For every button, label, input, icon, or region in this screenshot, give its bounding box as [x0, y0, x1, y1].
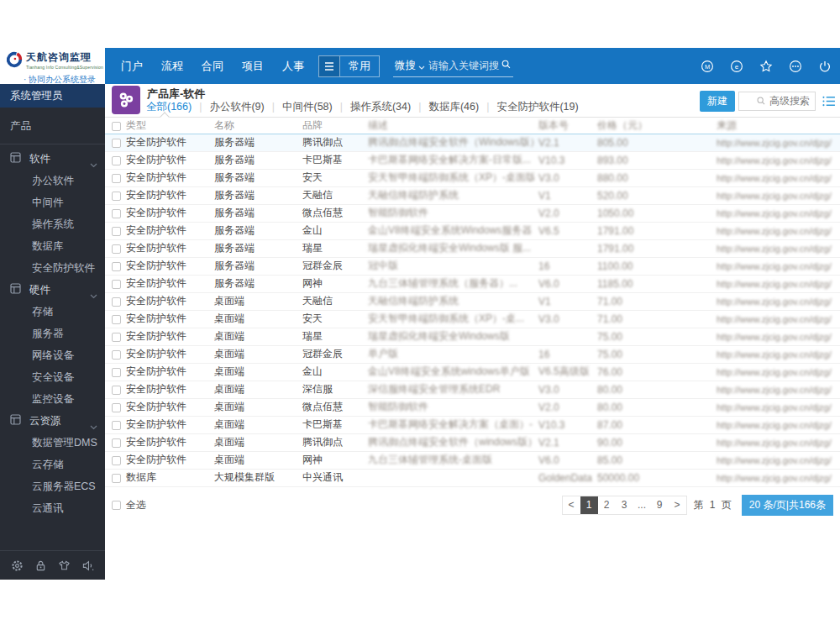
lock-icon[interactable]: [34, 559, 47, 572]
cell-source: http://www.zjcig.gov.cn/djzg/: [712, 328, 840, 345]
table-row[interactable]: 安全防护软件 服务器端 安天 安天智甲终端防御系统（XP）-桌面版 V3.0 8…: [105, 169, 840, 186]
sidebar-group-header[interactable]: 硬件: [0, 279, 105, 301]
row-checkbox[interactable]: [112, 333, 121, 342]
speaker-volume-icon[interactable]: [81, 559, 95, 572]
table-row[interactable]: 安全防护软件 桌面端 腾讯御点 腾讯御点终端安全软件（windows版）V2.1…: [105, 433, 840, 451]
table-row[interactable]: 安全防护软件 桌面端 金山 金山V8终端安全系统windows单户版 V6.5高…: [105, 363, 840, 381]
nav-item[interactable]: 门户: [112, 59, 152, 74]
settings-gear-icon[interactable]: [11, 559, 24, 572]
sidebar-item[interactable]: 网络设备: [0, 344, 105, 366]
category-tab[interactable]: 全部(166): [146, 100, 209, 117]
table-row[interactable]: 安全防护软件 服务器端 网神 九台三体辅管理系统（服务器）... V6.0 11…: [105, 275, 840, 292]
new-button[interactable]: 新建: [700, 91, 735, 112]
sidebar-item[interactable]: 办公软件: [0, 170, 105, 192]
table-row[interactable]: 安全防护软件 桌面端 安天 安天智甲终端防御系统（XP）-桌... V3.0 7…: [105, 310, 840, 328]
category-tab[interactable]: 安全防护软件(19): [496, 100, 578, 117]
page-button[interactable]: 2: [598, 496, 616, 514]
page-button[interactable]: >: [669, 496, 686, 514]
sidebar-group-header[interactable]: 云资源: [0, 410, 105, 432]
logo-panel: 天航咨询监理 Tianhang Info Consulting&Supervis…: [0, 48, 105, 84]
more-options-icon[interactable]: [789, 60, 802, 73]
category-tab[interactable]: 数据库(46): [428, 100, 496, 117]
table-row[interactable]: 安全防护软件 服务器端 瑞星 瑞星虚拟化终端安全Windows版 服... 17…: [105, 239, 840, 257]
nav-item[interactable]: 人事: [273, 59, 313, 74]
m-badge-icon[interactable]: M: [701, 60, 714, 73]
nav-item[interactable]: 流程: [152, 59, 192, 74]
sidebar-item[interactable]: 操作系统: [0, 213, 105, 235]
search-input[interactable]: [428, 60, 501, 71]
page-button[interactable]: <: [563, 496, 580, 514]
sidebar-item[interactable]: 监控设备: [0, 388, 105, 410]
nav-item[interactable]: 项目: [233, 59, 273, 74]
row-checkbox[interactable]: [112, 474, 121, 483]
sidebar-section-product[interactable]: 产品: [0, 108, 105, 144]
nav-item-common[interactable]: 常用: [340, 55, 380, 77]
page-button[interactable]: 9: [651, 496, 669, 514]
row-checkbox[interactable]: [112, 280, 121, 289]
sidebar-item[interactable]: 服务器: [0, 323, 105, 344]
table-row[interactable]: 数据库 大规模集群版 中兴通讯 GoldenData s... 50000.00…: [105, 469, 840, 486]
search-scope-selector[interactable]: 微搜: [395, 59, 416, 73]
sidebar-item[interactable]: 数据管理DMS: [0, 432, 105, 454]
page-button[interactable]: 3: [616, 496, 633, 514]
sidebar-item[interactable]: 安全设备: [0, 366, 105, 388]
nav-item[interactable]: 合同: [192, 59, 233, 74]
row-checkbox[interactable]: [112, 192, 121, 201]
row-checkbox[interactable]: [112, 297, 121, 307]
table-row[interactable]: 安全防护软件 服务器端 天融信 天融信终端防护系统 V1 520.00 http…: [105, 186, 840, 204]
table-row[interactable]: 安全防护软件 桌面端 瑞星 瑞星虚拟化终端安全Windows版 75.00 ht…: [105, 328, 840, 345]
row-checkbox[interactable]: [112, 315, 121, 324]
row-checkbox[interactable]: [112, 262, 121, 271]
row-checkbox[interactable]: [112, 403, 121, 412]
sidebar-item[interactable]: 云服务器ECS: [0, 475, 105, 497]
sidebar-item[interactable]: 数据库: [0, 235, 105, 257]
row-checkbox[interactable]: [112, 227, 121, 236]
row-checkbox[interactable]: [112, 244, 121, 254]
category-tab[interactable]: 中间件(58): [282, 100, 350, 117]
table-row[interactable]: 安全防护软件 桌面端 微点佰慧 智能防御软件 V2.0 80.00 http:/…: [105, 398, 840, 416]
table-row[interactable]: 安全防护软件 桌面端 卡巴斯基 卡巴斯基网络安全解决方案（桌面）- KES...…: [105, 416, 840, 433]
cell-version: V6.5高级版: [534, 363, 593, 381]
table-row[interactable]: 安全防护软件 桌面端 冠群金辰 单户版 16 75.00 http://www.…: [105, 345, 840, 363]
row-checkbox[interactable]: [112, 156, 121, 165]
table-row[interactable]: 安全防护软件 服务器端 冠群金辰 冠中版 16 1100.00 http://w…: [105, 257, 840, 275]
row-checkbox[interactable]: [112, 386, 121, 395]
sidebar-item[interactable]: 云存储: [0, 454, 105, 475]
page-size-button[interactable]: 20 条/页|共166条: [742, 495, 833, 516]
table-row[interactable]: 安全防护软件 桌面端 网神 九台三体辅管理系统-桌面版 V6.0 85.00 h…: [105, 451, 840, 469]
sidebar-item[interactable]: 存储: [0, 301, 105, 323]
category-tab[interactable]: 办公软件(9): [209, 100, 282, 117]
row-checkbox[interactable]: [112, 438, 121, 448]
nav-menu-icon[interactable]: [318, 55, 340, 77]
sidebar-item[interactable]: 安全防护软件: [0, 257, 105, 279]
row-checkbox[interactable]: [112, 350, 121, 360]
row-checkbox[interactable]: [112, 456, 121, 465]
row-checkbox[interactable]: [112, 174, 121, 183]
theme-shirt-icon[interactable]: [58, 559, 71, 572]
table-row[interactable]: 安全防护软件 服务器端 金山 金山V8终端安全系统Windows服务器 V6.5…: [105, 222, 840, 239]
select-all-checkbox[interactable]: [112, 501, 121, 510]
row-checkbox[interactable]: [112, 139, 121, 148]
sidebar-group-header[interactable]: 软件: [0, 148, 105, 170]
table-row[interactable]: 安全防护软件 服务器端 腾讯御点 腾讯御点终端安全软件（Windows版） V2…: [105, 134, 840, 151]
table-row[interactable]: 安全防护软件 桌面端 天融信 天融信终端防护系统 V1 71.00 http:/…: [105, 292, 840, 310]
row-checkbox[interactable]: [112, 421, 121, 430]
message-icon[interactable]: e: [730, 60, 743, 73]
power-logout-icon[interactable]: [818, 60, 832, 73]
sidebar-item[interactable]: 云通讯: [0, 497, 105, 519]
table-row[interactable]: 安全防护软件 服务器端 卡巴斯基 卡巴斯基网络安全解决方案-日常版... V10…: [105, 151, 840, 169]
category-tab[interactable]: 操作系统(34): [350, 100, 428, 117]
table-row[interactable]: 安全防护软件 服务器端 微点佰慧 智能防御软件 V2.0 1050.00 htt…: [105, 204, 840, 222]
row-checkbox[interactable]: [112, 209, 121, 218]
select-all-header-checkbox[interactable]: [112, 122, 121, 131]
sidebar-item[interactable]: 中间件: [0, 192, 105, 213]
list-view-icon[interactable]: [822, 96, 835, 107]
table-row[interactable]: 安全防护软件 桌面端 深信服 深信服终端安全管理系统EDR V3.0 80.00…: [105, 381, 840, 398]
advanced-search-box[interactable]: 高级搜索: [738, 92, 816, 111]
page-button[interactable]: 1: [580, 496, 598, 514]
page-button[interactable]: ...: [633, 496, 651, 514]
row-checkbox[interactable]: [112, 368, 121, 377]
advanced-search-label[interactable]: 高级搜索: [769, 94, 810, 108]
favorite-star-icon[interactable]: [759, 60, 773, 73]
search-icon[interactable]: [501, 58, 512, 73]
